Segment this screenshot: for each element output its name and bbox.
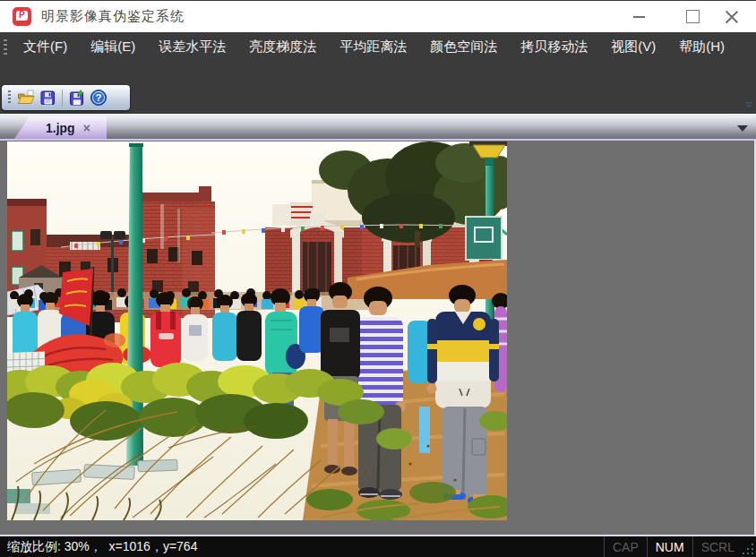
caps-lock-indicator: CAP — [604, 536, 647, 557]
menu-copy-move[interactable]: 拷贝移动法 — [509, 32, 599, 61]
help-button[interactable]: ? — [89, 88, 108, 107]
app-window: P 明景影像真伪鉴定系统 文件(F) 编辑(E) 误差水平法 亮度梯度法 平均距… — [0, 0, 756, 557]
save-icon — [39, 89, 56, 107]
maximize-icon — [686, 10, 700, 23]
save-button[interactable] — [38, 88, 57, 107]
status-indicators: CAP NUM SCRL — [604, 536, 756, 557]
close-icon — [725, 10, 738, 23]
scroll-lock-indicator: SCRL — [692, 536, 743, 557]
tab-1jpg[interactable]: 1.jpg × — [14, 116, 107, 139]
image-viewport — [0, 141, 756, 535]
open-file-button[interactable] — [16, 88, 36, 107]
toolbar-drag-grip-icon[interactable] — [8, 90, 11, 105]
save-as-icon — [68, 89, 86, 107]
toolbar-separator — [62, 90, 63, 106]
menu-error-level[interactable]: 误差水平法 — [147, 32, 237, 61]
menu-edit[interactable]: 编辑(E) — [79, 32, 147, 61]
tab-label: 1.jpg — [46, 121, 75, 135]
menu-drag-grip-icon[interactable] — [4, 39, 7, 55]
window-title: 明景影像真伪鉴定系统 — [41, 8, 185, 25]
maximize-button[interactable] — [674, 1, 710, 32]
title-bar: P 明景影像真伪鉴定系统 — [0, 1, 756, 32]
svg-text:?: ? — [95, 92, 101, 103]
help-icon: ? — [90, 89, 107, 107]
menu-bar: 文件(F) 编辑(E) 误差水平法 亮度梯度法 平均距离法 颜色空间法 拷贝移动… — [0, 32, 756, 61]
tab-bar: 1.jpg × — [0, 114, 756, 141]
toolbar-overflow-button[interactable] — [744, 102, 753, 111]
menu-color-space[interactable]: 颜色空间法 — [418, 32, 509, 61]
tab-close-icon[interactable]: × — [83, 122, 90, 134]
toolbar: ? — [2, 85, 130, 110]
num-lock-indicator: NUM — [647, 536, 692, 557]
close-button[interactable] — [713, 1, 749, 32]
status-bar: 缩放比例: 30%， x=1016，y=764 CAP NUM SCRL — [0, 535, 756, 557]
menu-file[interactable]: 文件(F) — [12, 32, 79, 61]
toolbar-band: ? — [0, 61, 756, 114]
menu-luminance-gradient[interactable]: 亮度梯度法 — [237, 32, 328, 61]
menu-view[interactable]: 视图(V) — [599, 32, 667, 61]
save-as-button[interactable] — [67, 88, 87, 107]
open-folder-icon — [17, 89, 35, 107]
minimize-button[interactable] — [621, 1, 657, 32]
menu-average-distance[interactable]: 平均距离法 — [328, 32, 418, 61]
minimize-icon — [633, 16, 645, 18]
status-zoom-and-coords: 缩放比例: 30%， x=1016，y=764 — [7, 539, 197, 555]
photo-canvas-1jpg[interactable] — [7, 141, 507, 520]
resize-grip-icon[interactable] — [743, 536, 756, 557]
app-logo-icon: P — [13, 7, 31, 26]
menu-help[interactable]: 帮助(H) — [667, 32, 736, 61]
tab-list-dropdown-icon[interactable] — [737, 125, 748, 132]
